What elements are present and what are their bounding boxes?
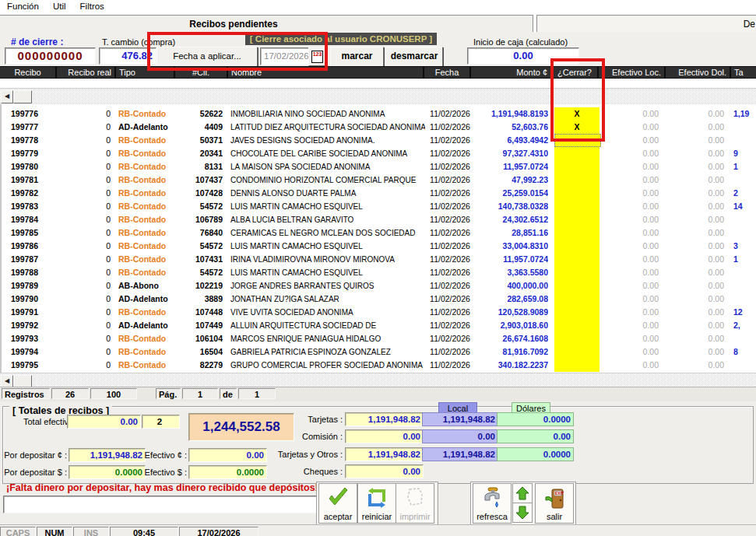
menu-item-filtros[interactable]: Filtros bbox=[73, 0, 111, 11]
column-header-tipo[interactable]: Tipo bbox=[116, 67, 174, 78]
tab-recibos-pendientes[interactable]: Recibos pendientes bbox=[0, 15, 533, 33]
totales-dolares-field[interactable]: 0.0000 bbox=[497, 447, 574, 461]
salir-button[interactable]: EXIT salir bbox=[535, 483, 574, 524]
imprimir-button[interactable]: imprimir bbox=[396, 483, 434, 524]
cell-recibo: 199787 bbox=[11, 253, 58, 266]
cell-efectivo-loc: 0.00 bbox=[603, 187, 659, 200]
scroll-up-button[interactable] bbox=[512, 483, 533, 503]
table-row[interactable]: 1997770AD-Adelanto4409LATITUD DIEZ ARQUI… bbox=[2, 121, 756, 134]
table-row[interactable]: 1997840RB-Contado106789ALBA LUCIA BELTRA… bbox=[2, 213, 756, 226]
totales-dolares-field[interactable]: 0.0000 bbox=[497, 412, 574, 426]
cell-recibo-real: 0 bbox=[58, 213, 111, 226]
table-row[interactable]: 1997880RB-Contado54572LUIS MARTIN CAMACH… bbox=[2, 266, 756, 279]
cell-cerrar[interactable] bbox=[554, 266, 600, 279]
table-row[interactable]: 1997930RB-Contado106104MARCOS ENRIQUE PA… bbox=[2, 332, 756, 345]
table-row[interactable]: 1997910RB-Contado107448VIVE UVITA SOCIED… bbox=[2, 306, 756, 319]
cell-cerrar[interactable] bbox=[554, 359, 600, 372]
grid-hscrollbar-top[interactable]: ◀ bbox=[0, 88, 756, 105]
column-header-monto-[interactable]: Monto ¢ bbox=[471, 67, 550, 78]
por-depositar-c-field[interactable]: 1,191,948.82 bbox=[69, 448, 146, 462]
tcambio-field[interactable]: 476.82 bbox=[99, 47, 156, 65]
cell-cerrar[interactable] bbox=[554, 147, 600, 160]
table-row[interactable]: 1997800RB-Contado8131LA MAISON SPA SOCIE… bbox=[2, 160, 756, 173]
fecha-a-aplicar-button[interactable]: Fecha a aplicar... bbox=[156, 47, 258, 67]
column-header-efectivo-loc-[interactable]: Efectivo Loc. bbox=[599, 67, 664, 78]
cell-cerrar[interactable] bbox=[554, 279, 600, 293]
totales-local-field[interactable]: 1,191,948.82 bbox=[422, 447, 498, 461]
table-row[interactable]: 1997850RB-Contado76840CERAMICAS EL NEGRO… bbox=[2, 226, 756, 240]
cell-tipo: AB-Abono bbox=[118, 279, 174, 293]
totales-base-field[interactable]: 1,191,948.82 bbox=[345, 447, 424, 461]
totales-base-field[interactable]: 1,191,948.82 bbox=[345, 412, 424, 426]
cell-cerrar[interactable] bbox=[554, 200, 600, 213]
por-depositar-d-field[interactable]: 0.0000 bbox=[69, 465, 146, 479]
cell-cerrar[interactable] bbox=[554, 319, 600, 332]
column-header-recibo-real[interactable]: Recibo real bbox=[57, 67, 114, 78]
reiniciar-button[interactable]: reiniciar bbox=[357, 483, 396, 524]
table-row[interactable]: 1997810RB-Contado107437CONDOMINIO HORIZO… bbox=[2, 173, 756, 187]
calendar-button[interactable]: 123 bbox=[308, 47, 326, 66]
efectivo-d-field[interactable]: 0.0000 bbox=[188, 465, 267, 479]
column-header-nombre[interactable]: Nombre bbox=[228, 67, 423, 78]
table-row[interactable]: 1997950RB-Contado82279GRUPO COMERCIAL PR… bbox=[2, 359, 756, 372]
calendar-icon: 123 bbox=[311, 51, 323, 63]
column-header--cli-[interactable]: #Cli. bbox=[175, 67, 227, 78]
totales-base-field[interactable]: 0.00 bbox=[345, 429, 424, 443]
table-row[interactable]: 1997860RB-Contado54572LUIS MARTIN CAMACH… bbox=[2, 240, 756, 253]
fecha-aplicar-date-field[interactable]: 17/02/2026 bbox=[260, 47, 311, 65]
grid-hscrollbar-bottom[interactable]: ◀ bbox=[0, 373, 756, 387]
table-row[interactable]: 1997920AD-Adelanto107449ALLUIN ARQUITECT… bbox=[2, 319, 756, 332]
table-row[interactable]: 1997760RB-Contado52622INMOBILIARIA NINO … bbox=[2, 107, 756, 121]
scroll-down-button[interactable] bbox=[512, 503, 533, 523]
cierre-number-field[interactable]: 000000000 bbox=[5, 47, 96, 65]
column-header-efectivo-dol-[interactable]: Efectivo Dol. bbox=[666, 67, 730, 78]
cell-cerrar[interactable] bbox=[554, 226, 600, 240]
cell-cerrar[interactable] bbox=[554, 160, 600, 173]
totales-dolares-field[interactable]: 0.00 bbox=[497, 429, 574, 443]
cell-cerrar[interactable] bbox=[554, 332, 600, 345]
cell-cerrar[interactable] bbox=[554, 253, 600, 266]
menu-item-util[interactable]: Util bbox=[46, 0, 73, 11]
scroll-left-icon[interactable]: ◀ bbox=[1, 90, 13, 103]
cell-cerrar[interactable]: X bbox=[554, 121, 600, 134]
table-row[interactable]: 1997830RB-Contado54572LUIS MARTIN CAMACH… bbox=[2, 200, 756, 213]
table-row[interactable]: 1997790RB-Contado20341CHOCOLATE DEL CARI… bbox=[2, 147, 756, 160]
cell-cerrar[interactable] bbox=[554, 134, 601, 147]
cell-cerrar[interactable] bbox=[554, 187, 600, 200]
cell-cerrar[interactable] bbox=[554, 293, 600, 306]
cell-efectivo-dol: 0.00 bbox=[668, 266, 724, 279]
cell-tarjeta: 3 bbox=[733, 240, 756, 253]
desmarcar-button[interactable]: desmarcar bbox=[385, 47, 443, 68]
column-header-recibo[interactable]: Recibo bbox=[0, 67, 55, 78]
efectivo-c-field[interactable]: 0.00 bbox=[188, 448, 267, 462]
message-field[interactable] bbox=[3, 496, 319, 513]
totales-base-field[interactable]: 0.00 bbox=[345, 464, 424, 478]
table-row[interactable]: 1997890AB-Abono102219JORGE ANDRES BARRAN… bbox=[2, 279, 756, 293]
cell-cerrar[interactable] bbox=[554, 173, 600, 187]
cell-cerrar[interactable]: X bbox=[554, 107, 600, 121]
column-header-ta[interactable]: Ta bbox=[731, 67, 756, 78]
cell-cerrar[interactable] bbox=[554, 240, 600, 253]
cell-cerrar[interactable] bbox=[554, 213, 600, 226]
scrollbar-thumb[interactable] bbox=[13, 90, 32, 103]
table-row[interactable]: 1997940RB-Contado16504GABRIELA PATRICIA … bbox=[2, 345, 756, 359]
totales-local-field[interactable]: 1,191,948.82 bbox=[422, 412, 498, 426]
cell-recibo-real: 0 bbox=[58, 319, 111, 332]
inicio-caja-field[interactable]: 0.00 bbox=[467, 47, 579, 65]
table-row[interactable]: 1997870RB-Contado107431IRINA VLADIMIROVN… bbox=[2, 253, 756, 266]
column-header-fecha[interactable]: Fecha bbox=[424, 67, 469, 78]
table-row[interactable]: 1997820RB-Contado107428DENNIS ALONSO DUA… bbox=[2, 187, 756, 200]
total-efectivo-field[interactable]: 0.00 bbox=[67, 415, 141, 429]
totales-local-field[interactable]: 0.00 bbox=[422, 429, 498, 443]
marked-count-field[interactable]: 2 bbox=[142, 415, 180, 429]
aceptar-button[interactable]: aceptar bbox=[318, 483, 357, 524]
marcar-button[interactable]: marcar bbox=[330, 47, 384, 68]
cell-cerrar[interactable] bbox=[554, 306, 600, 319]
menu-item-función[interactable]: Función bbox=[0, 0, 46, 11]
table-row[interactable]: 1997900AD-Adelanto3889JONATHAN ZU?IGA SA… bbox=[2, 293, 756, 306]
refresca-button[interactable]: refresca bbox=[473, 483, 512, 524]
table-row[interactable]: 1997780RB-Contado50371JAVES DESIGNS SOCI… bbox=[2, 134, 756, 147]
cell-cerrar[interactable] bbox=[554, 345, 600, 359]
tab-depositos[interactable]: De bbox=[536, 15, 756, 33]
column-header-cerrar[interactable]: ¿Cerrar? bbox=[552, 67, 597, 78]
